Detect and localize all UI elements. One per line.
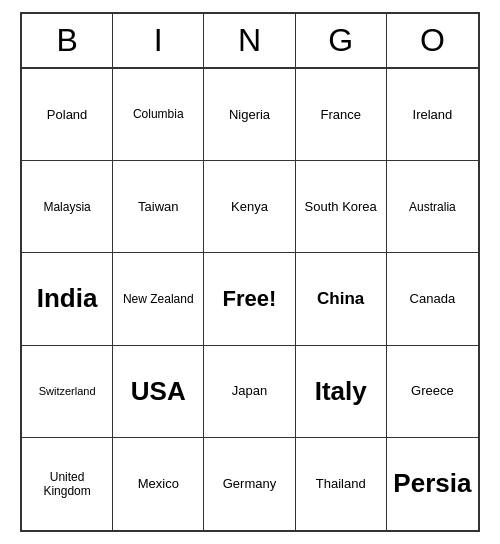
bingo-cell: China — [296, 253, 387, 345]
bingo-cell: Kenya — [204, 161, 295, 253]
bingo-cell: South Korea — [296, 161, 387, 253]
header-letter: B — [22, 14, 113, 67]
bingo-cell: Poland — [22, 69, 113, 161]
bingo-cell: Germany — [204, 438, 295, 530]
bingo-cell: Thailand — [296, 438, 387, 530]
bingo-cell: Italy — [296, 346, 387, 438]
header-letter: G — [296, 14, 387, 67]
bingo-cell: Switzerland — [22, 346, 113, 438]
header-letter: I — [113, 14, 204, 67]
header-letter: O — [387, 14, 478, 67]
bingo-cell: Mexico — [113, 438, 204, 530]
bingo-card: BINGO PolandColumbiaNigeriaFranceIreland… — [20, 12, 480, 532]
bingo-cell: Persia — [387, 438, 478, 530]
bingo-grid: PolandColumbiaNigeriaFranceIrelandMalays… — [22, 69, 478, 530]
bingo-cell: France — [296, 69, 387, 161]
bingo-cell: Ireland — [387, 69, 478, 161]
bingo-cell: Japan — [204, 346, 295, 438]
bingo-cell: Nigeria — [204, 69, 295, 161]
bingo-cell: Free! — [204, 253, 295, 345]
bingo-cell: Greece — [387, 346, 478, 438]
bingo-cell: Malaysia — [22, 161, 113, 253]
bingo-cell: New Zealand — [113, 253, 204, 345]
bingo-cell: Columbia — [113, 69, 204, 161]
bingo-header: BINGO — [22, 14, 478, 69]
bingo-cell: USA — [113, 346, 204, 438]
bingo-cell: Australia — [387, 161, 478, 253]
bingo-cell: Canada — [387, 253, 478, 345]
bingo-cell: Taiwan — [113, 161, 204, 253]
bingo-cell: India — [22, 253, 113, 345]
header-letter: N — [204, 14, 295, 67]
bingo-cell: United Kingdom — [22, 438, 113, 530]
